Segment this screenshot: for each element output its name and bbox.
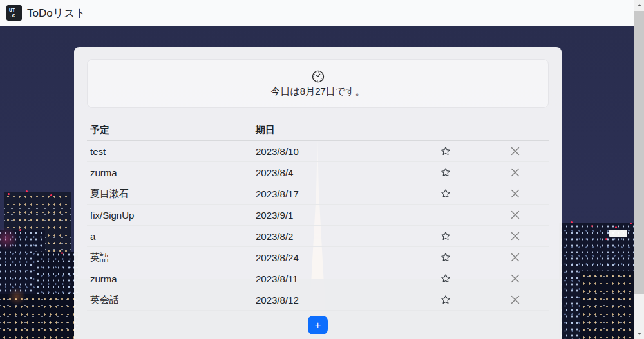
table-row: a 2023/8/2	[87, 226, 549, 247]
clock-icon	[311, 69, 325, 84]
table-row: zurma 2023/8/4	[87, 162, 549, 183]
lit-billboard	[609, 230, 627, 237]
todo-due: 2023/8/4	[256, 167, 410, 178]
delete-button[interactable]	[508, 229, 522, 243]
app-title: ToDoリスト	[27, 6, 86, 21]
star-icon	[440, 252, 451, 262]
close-icon	[509, 252, 521, 263]
star-icon	[440, 295, 451, 305]
app-logo-icon: UT .C	[6, 5, 22, 21]
logo-line-2: .C	[9, 13, 22, 19]
star-icon	[440, 231, 451, 241]
add-todo-button[interactable]: +	[308, 316, 328, 334]
star-button[interactable]	[439, 251, 452, 264]
close-icon	[509, 188, 521, 199]
star-button[interactable]	[439, 272, 452, 285]
delete-button[interactable]	[508, 271, 522, 286]
table-row: fix/SignUp 2023/9/1	[87, 205, 549, 226]
app-viewport: UT .C ToDoリスト 今日は8月27日です。 予定 期日 test	[0, 0, 644, 339]
neon-glow	[0, 213, 77, 339]
table-header-row: 予定 期日	[87, 120, 549, 141]
todo-due: 2023/9/1	[256, 210, 410, 221]
todo-due: 2023/8/11	[256, 273, 410, 284]
todo-task: a	[87, 231, 256, 242]
column-header-task: 予定	[87, 124, 256, 136]
todo-due: 2023/8/17	[256, 188, 410, 199]
column-header-due: 期日	[256, 124, 410, 136]
close-icon	[509, 145, 521, 157]
delete-button[interactable]	[508, 187, 522, 201]
todo-task: zurma	[87, 167, 256, 178]
todo-task: 英会話	[87, 294, 256, 306]
star-button[interactable]	[439, 293, 452, 306]
delete-button[interactable]	[508, 250, 522, 264]
delete-button[interactable]	[508, 144, 522, 158]
today-message: 今日は8月27日です。	[270, 86, 365, 98]
table-row: 夏目漱石 2023/8/17	[87, 183, 549, 205]
table-row: test 2023/8/10	[87, 141, 549, 162]
star-icon	[440, 188, 451, 199]
todo-task: test	[87, 146, 256, 157]
star-icon	[440, 146, 451, 156]
star-icon	[440, 273, 451, 284]
close-icon	[509, 167, 521, 178]
table-row: 英会話 2023/8/12	[87, 289, 549, 311]
date-banner: 今日は8月27日です。	[87, 59, 549, 108]
logo-line-1: UT	[9, 7, 22, 13]
todo-task: zurma	[87, 273, 256, 284]
todo-due: 2023/8/12	[256, 295, 410, 306]
close-icon	[509, 230, 521, 242]
todo-card: 今日は8月27日です。 予定 期日 test 2023/8/10	[74, 47, 562, 339]
todo-task: fix/SignUp	[87, 210, 256, 221]
todo-task: 英語	[87, 252, 256, 264]
todo-task: 夏目漱石	[87, 188, 256, 200]
star-icon	[440, 167, 451, 178]
delete-button[interactable]	[508, 293, 522, 307]
table-body: test 2023/8/10 zurma 2023/8/4	[87, 141, 549, 311]
table-row: zurma 2023/8/11	[87, 268, 549, 289]
top-navbar: UT .C ToDoリスト	[0, 0, 644, 26]
star-button[interactable]	[439, 166, 452, 179]
scrollbar-thumb[interactable]	[634, 11, 644, 294]
delete-button[interactable]	[508, 165, 522, 179]
todo-table: 予定 期日 test 2023/8/10	[87, 120, 549, 311]
todo-due: 2023/8/2	[256, 231, 410, 242]
star-button[interactable]	[439, 230, 452, 243]
vertical-scrollbar[interactable]	[634, 0, 644, 339]
up-arrow-icon	[638, 4, 641, 6]
aviation-lights	[8, 193, 10, 195]
table-row: 英語 2023/8/24	[87, 247, 549, 268]
scrollbar-down-button[interactable]	[634, 329, 644, 339]
star-button[interactable]	[439, 187, 452, 200]
down-arrow-icon	[638, 333, 641, 335]
close-icon	[509, 209, 521, 221]
building	[580, 271, 636, 339]
close-icon	[509, 273, 521, 284]
star-button[interactable]	[439, 145, 452, 158]
todo-due: 2023/8/10	[256, 146, 410, 157]
add-button-row: +	[87, 316, 549, 334]
todo-due: 2023/8/24	[256, 252, 410, 263]
scrollbar-up-button[interactable]	[634, 0, 644, 10]
close-icon	[509, 294, 521, 306]
delete-button[interactable]	[508, 208, 522, 222]
